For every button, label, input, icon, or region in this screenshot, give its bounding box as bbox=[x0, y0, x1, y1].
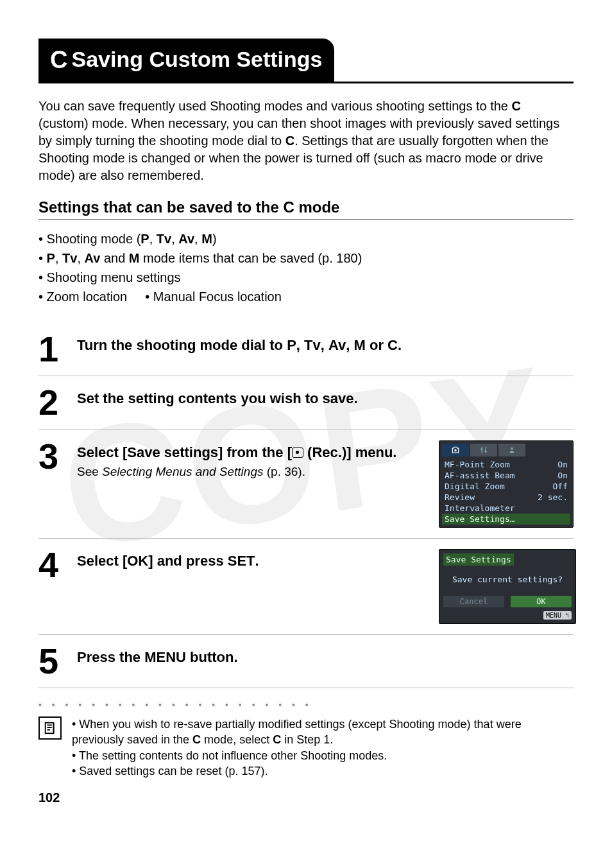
menu-row: Review2 sec. bbox=[442, 492, 570, 503]
title-mode-icon: C bbox=[50, 46, 67, 73]
notes-block: When you wish to re-save partially modif… bbox=[38, 716, 574, 779]
step-3: 3 Select [Save settings] from the [ (Rec… bbox=[38, 430, 574, 539]
step-4: 4 Select [OK] and press SET. Save Settin… bbox=[38, 539, 574, 635]
step-number: 1 bbox=[38, 333, 65, 365]
mode-c-glyph: C bbox=[285, 134, 294, 148]
note-item: The setting contents do not influence ot… bbox=[72, 748, 574, 763]
step-5: 5 Press the MENU button. bbox=[38, 635, 574, 688]
ok-button: OK bbox=[511, 596, 572, 607]
step-text: Set the setting contents you wish to sav… bbox=[77, 386, 574, 407]
mode-c-glyph: C bbox=[283, 198, 294, 216]
intro-paragraph: You can save frequently used Shooting mo… bbox=[38, 98, 574, 184]
page-number: 102 bbox=[38, 790, 574, 805]
menu-back-chip: MENU ↰ bbox=[543, 611, 572, 620]
menu-row: Digital ZoomOff bbox=[442, 481, 570, 492]
step-number: 5 bbox=[38, 645, 65, 677]
step-text: Turn the shooting mode dial to P, Tv, Av… bbox=[77, 333, 574, 354]
step-number: 4 bbox=[38, 549, 65, 581]
set-label: SET bbox=[228, 553, 255, 569]
tab-setup-icon bbox=[470, 444, 497, 456]
svg-point-5 bbox=[511, 447, 513, 450]
divider-dots: • • • • • • • • • • • • • • • • • • • • … bbox=[38, 700, 574, 710]
step-text: Select [Save settings] from the [ (Rec.)… bbox=[77, 440, 427, 479]
save-settings-screenshot: Save Settings Save current settings? Can… bbox=[439, 549, 576, 624]
save-dialog-message: Save current settings? bbox=[443, 575, 572, 584]
list-item: Zoom location• Manual Focus location bbox=[38, 287, 574, 306]
cancel-button: Cancel bbox=[443, 596, 504, 607]
rec-icon bbox=[292, 447, 303, 458]
step-number: 3 bbox=[38, 440, 65, 473]
svg-rect-4 bbox=[484, 451, 487, 452]
tab-mycamera-icon bbox=[498, 444, 525, 456]
step-text: Press the MENU button. bbox=[77, 645, 574, 666]
menu-row: Intervalometer bbox=[442, 503, 570, 514]
menu-row: MF-Point ZoomOn bbox=[442, 459, 570, 470]
svg-rect-1 bbox=[482, 447, 482, 453]
step-text: Select [OK] and press SET. bbox=[77, 549, 427, 569]
step-number: 2 bbox=[38, 386, 65, 419]
settings-bullet-list: Shooting mode (P, Tv, Av, M) P, Tv, Av a… bbox=[38, 229, 574, 306]
list-item: Shooting menu settings bbox=[38, 268, 574, 287]
tab-rec-icon bbox=[442, 444, 469, 456]
list-item: P, Tv, Av and M mode items that can be s… bbox=[38, 248, 574, 268]
title-section: CSaving Custom Settings bbox=[38, 39, 574, 83]
menu-row-selected: Save Settings… bbox=[442, 514, 570, 525]
svg-rect-3 bbox=[480, 448, 483, 449]
note-item: Saved settings can be reset (p. 157). bbox=[72, 763, 574, 779]
svg-rect-2 bbox=[485, 447, 486, 453]
svg-point-0 bbox=[454, 449, 457, 452]
note-icon bbox=[38, 716, 62, 740]
list-item: Shooting mode (P, Tv, Av, M) bbox=[38, 229, 574, 248]
step-1: 1 Turn the shooting mode dial to P, Tv, … bbox=[38, 323, 574, 376]
subheader: Settings that can be saved to the C mode bbox=[38, 198, 574, 220]
mode-c-glyph: C bbox=[512, 99, 521, 113]
rec-menu-screenshot: MF-Point ZoomOn AF-assist BeamOn Digital… bbox=[439, 440, 574, 528]
save-dialog-title: Save Settings bbox=[443, 553, 514, 566]
step-2: 2 Set the setting contents you wish to s… bbox=[38, 376, 574, 430]
menu-button-label: MENU bbox=[144, 649, 186, 665]
menu-row: AF-assist BeamOn bbox=[442, 470, 570, 481]
title-text: Saving Custom Settings bbox=[71, 47, 322, 71]
note-item: When you wish to re-save partially modif… bbox=[72, 716, 574, 748]
